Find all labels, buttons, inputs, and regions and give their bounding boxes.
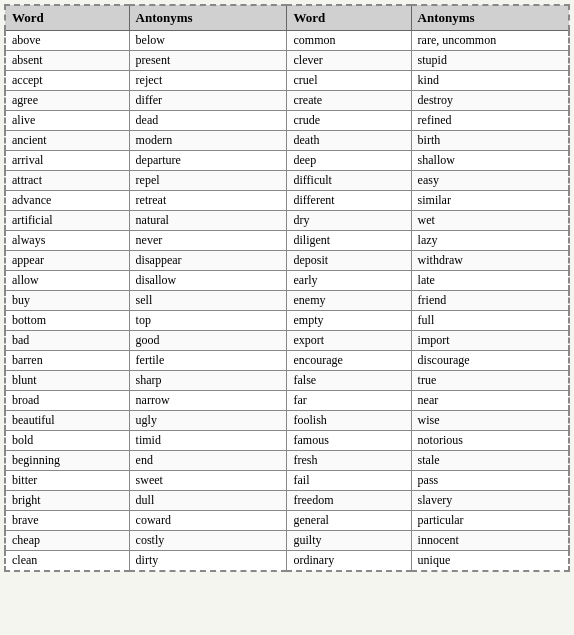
table-cell: sweet xyxy=(129,471,287,491)
table-row: buysellenemyfriend xyxy=(5,291,569,311)
table-cell: true xyxy=(411,371,569,391)
table-cell: wise xyxy=(411,411,569,431)
antonyms-table: Word Antonyms Word Antonyms abovebelowco… xyxy=(4,4,570,572)
table-cell: unique xyxy=(411,551,569,572)
table-cell: shallow xyxy=(411,151,569,171)
table-cell: clever xyxy=(287,51,411,71)
table-row: appeardisappeardepositwithdraw xyxy=(5,251,569,271)
header-word2: Word xyxy=(287,5,411,31)
table-cell: agree xyxy=(5,91,129,111)
table-row: attractrepeldifficulteasy xyxy=(5,171,569,191)
table-cell: artificial xyxy=(5,211,129,231)
table-cell: present xyxy=(129,51,287,71)
table-cell: foolish xyxy=(287,411,411,431)
table-cell: import xyxy=(411,331,569,351)
table-row: boldtimidfamousnotorious xyxy=(5,431,569,451)
table-cell: narrow xyxy=(129,391,287,411)
table-cell: slavery xyxy=(411,491,569,511)
table-cell: always xyxy=(5,231,129,251)
main-container: Word Antonyms Word Antonyms abovebelowco… xyxy=(0,0,574,576)
table-cell: appear xyxy=(5,251,129,271)
header-row: Word Antonyms Word Antonyms xyxy=(5,5,569,31)
table-cell: bad xyxy=(5,331,129,351)
table-cell: clean xyxy=(5,551,129,572)
table-cell: innocent xyxy=(411,531,569,551)
table-cell: disappear xyxy=(129,251,287,271)
table-body: abovebelowcommonrare, uncommonabsentpres… xyxy=(5,31,569,572)
table-row: artificialnaturaldrywet xyxy=(5,211,569,231)
table-cell: reject xyxy=(129,71,287,91)
table-row: barrenfertileencouragediscourage xyxy=(5,351,569,371)
table-cell: similar xyxy=(411,191,569,211)
table-cell: create xyxy=(287,91,411,111)
table-cell: different xyxy=(287,191,411,211)
table-cell: common xyxy=(287,31,411,51)
table-row: advanceretreatdifferentsimilar xyxy=(5,191,569,211)
table-cell: timid xyxy=(129,431,287,451)
table-cell: diligent xyxy=(287,231,411,251)
table-cell: repel xyxy=(129,171,287,191)
table-cell: modern xyxy=(129,131,287,151)
table-cell: birth xyxy=(411,131,569,151)
table-row: ancientmoderndeathbirth xyxy=(5,131,569,151)
table-row: allowdisallowearlylate xyxy=(5,271,569,291)
table-cell: famous xyxy=(287,431,411,451)
table-row: beginningendfreshstale xyxy=(5,451,569,471)
table-cell: cheap xyxy=(5,531,129,551)
table-cell: beautiful xyxy=(5,411,129,431)
table-cell: attract xyxy=(5,171,129,191)
header-ant2: Antonyms xyxy=(411,5,569,31)
header-word1: Word xyxy=(5,5,129,31)
table-row: brightdullfreedomslavery xyxy=(5,491,569,511)
table-row: alivedeadcruderefined xyxy=(5,111,569,131)
table-cell: ordinary xyxy=(287,551,411,572)
table-row: absentpresentcleverstupid xyxy=(5,51,569,71)
table-row: badgoodexportimport xyxy=(5,331,569,351)
table-cell: wet xyxy=(411,211,569,231)
table-cell: buy xyxy=(5,291,129,311)
table-row: agreediffercreatedestroy xyxy=(5,91,569,111)
table-cell: early xyxy=(287,271,411,291)
table-cell: deep xyxy=(287,151,411,171)
table-row: bluntsharpfalsetrue xyxy=(5,371,569,391)
table-row: abovebelowcommonrare, uncommon xyxy=(5,31,569,51)
table-cell: crude xyxy=(287,111,411,131)
table-cell: friend xyxy=(411,291,569,311)
table-cell: far xyxy=(287,391,411,411)
table-cell: costly xyxy=(129,531,287,551)
table-cell: destroy xyxy=(411,91,569,111)
table-cell: allow xyxy=(5,271,129,291)
table-cell: dirty xyxy=(129,551,287,572)
table-cell: kind xyxy=(411,71,569,91)
table-cell: accept xyxy=(5,71,129,91)
table-cell: ancient xyxy=(5,131,129,151)
table-row: acceptrejectcruelkind xyxy=(5,71,569,91)
table-cell: advance xyxy=(5,191,129,211)
table-cell: below xyxy=(129,31,287,51)
table-row: broadnarrowfarnear xyxy=(5,391,569,411)
table-cell: dry xyxy=(287,211,411,231)
table-cell: barren xyxy=(5,351,129,371)
table-cell: natural xyxy=(129,211,287,231)
table-cell: fail xyxy=(287,471,411,491)
table-cell: dead xyxy=(129,111,287,131)
table-cell: deposit xyxy=(287,251,411,271)
table-cell: enemy xyxy=(287,291,411,311)
table-row: arrivaldeparturedeepshallow xyxy=(5,151,569,171)
table-cell: broad xyxy=(5,391,129,411)
table-cell: cruel xyxy=(287,71,411,91)
table-cell: guilty xyxy=(287,531,411,551)
table-cell: bottom xyxy=(5,311,129,331)
table-cell: disallow xyxy=(129,271,287,291)
table-cell: encourage xyxy=(287,351,411,371)
table-cell: empty xyxy=(287,311,411,331)
table-cell: brave xyxy=(5,511,129,531)
table-cell: refined xyxy=(411,111,569,131)
table-row: beautifuluglyfoolishwise xyxy=(5,411,569,431)
table-cell: full xyxy=(411,311,569,331)
table-cell: arrival xyxy=(5,151,129,171)
table-row: bottomtopemptyfull xyxy=(5,311,569,331)
table-cell: difficult xyxy=(287,171,411,191)
table-cell: differ xyxy=(129,91,287,111)
table-cell: absent xyxy=(5,51,129,71)
